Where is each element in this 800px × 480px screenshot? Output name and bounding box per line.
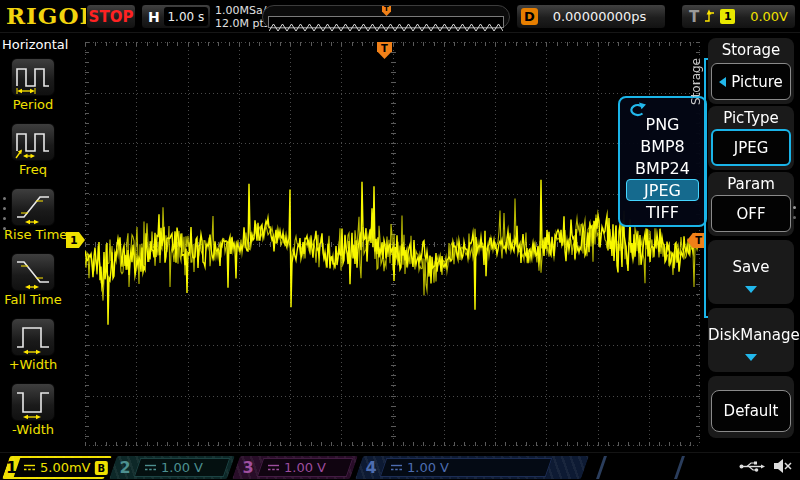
freq-icon: [11, 123, 55, 161]
menu-item-plus-width[interactable]: +Width: [4, 318, 62, 372]
plus-width-icon: [11, 318, 55, 356]
waveform-preview-bar: T: [262, 5, 510, 29]
pictype-button[interactable]: JPEG: [711, 129, 791, 166]
horizontal-label: H: [142, 9, 164, 25]
param-section: Param OFF: [708, 172, 794, 236]
channel-4-scale-box: 1.00 V: [380, 458, 553, 477]
channel1-level-marker[interactable]: 1: [66, 232, 85, 248]
preview-trigger-marker[interactable]: T: [382, 6, 391, 16]
preview-waveform: [269, 22, 503, 32]
pictype-section-label: PicType: [708, 106, 794, 127]
menu-page-dot: [3, 197, 6, 200]
channel-3-number: 3: [236, 458, 260, 477]
storage-type-button[interactable]: Picture: [711, 63, 791, 100]
channel-2-tab[interactable]: 2 1.00 V: [109, 456, 235, 479]
trigger-level-value: 0.00V: [740, 9, 788, 24]
menu-item-minus-width[interactable]: -Width: [4, 383, 62, 437]
param-section-label: Param: [708, 172, 794, 193]
period-icon: [11, 58, 55, 96]
menu-page-dot: [793, 216, 796, 219]
channel-4-tab[interactable]: 4 1.00 V: [355, 456, 589, 479]
status-icons: [739, 458, 792, 474]
menu-page-dot: [3, 207, 6, 210]
preview-window: [268, 16, 504, 28]
popup-option-jpeg[interactable]: JPEG: [626, 179, 699, 201]
channel-1-tab[interactable]: 1 5.00mV B: [2, 456, 112, 479]
rigol-logo: RIGOL: [6, 2, 97, 29]
pictype-popup: PNG BMP8 BMP24 JPEG TIFF: [618, 96, 707, 227]
menu-page-dot: [3, 227, 6, 230]
default-button-label: Default: [724, 402, 779, 420]
pictype-value: JPEG: [734, 139, 769, 157]
run-state-indicator: STOP: [86, 4, 136, 29]
trigger-edge-icon: [704, 9, 715, 24]
menu-page-dot: [3, 217, 6, 220]
popup-option-tiff[interactable]: TIFF: [626, 201, 699, 223]
bar-divider: [596, 456, 607, 479]
rise-time-icon: [11, 188, 55, 226]
channel-3-scale-box: 1.00 V: [257, 458, 354, 477]
menu-tab-outline: [704, 58, 706, 318]
storage-section-label: Storage: [708, 38, 794, 59]
popup-option-png[interactable]: PNG: [626, 113, 699, 135]
channel-1-scale: 5.00mV: [40, 460, 91, 475]
popup-option-bmp8[interactable]: BMP8: [626, 135, 699, 157]
usb-icon: [739, 460, 765, 473]
channel-3-tab[interactable]: 3 1.00 V: [232, 456, 358, 479]
fall-time-icon: [11, 253, 55, 291]
left-measure-menu: Horizontal Period: [0, 33, 64, 452]
chevron-down-icon: [745, 354, 757, 361]
run-state-label: STOP: [89, 8, 134, 26]
diskmanage-button-label: DiskManage: [708, 308, 794, 344]
waveform-display: [85, 42, 700, 446]
channel-status-bar: 1 5.00mV B 2 1.00 V 3: [0, 452, 800, 480]
menu-item-rise-time[interactable]: Rise Time: [4, 188, 62, 242]
channel-4-number: 4: [359, 458, 383, 477]
storage-type-value: Picture: [731, 73, 783, 91]
menu-page-dot: [793, 206, 796, 209]
delay-badge: D: [521, 8, 538, 25]
pictype-section: PicType JPEG: [708, 106, 794, 170]
storage-section: Storage Picture: [708, 38, 794, 104]
default-button[interactable]: Default: [711, 390, 791, 432]
left-menu-title: Horizontal: [2, 37, 68, 52]
horizontal-timebase-indicator: H 1.00 s: [141, 4, 211, 29]
trigger-label: T: [689, 8, 699, 26]
menu-item-fall-time[interactable]: Fall Time: [4, 253, 62, 307]
default-section: Default: [708, 376, 794, 438]
popup-option-bmp24[interactable]: BMP24: [626, 157, 699, 179]
oscilloscope-screen: RIGOL STOP H 1.00 s 1.00MSa/s 12.0M pts …: [0, 0, 800, 480]
right-soft-menu: Storage Picture PicType JPEG Param OFF S…: [708, 36, 798, 480]
channel-2-scale-box: 1.00 V: [134, 458, 231, 477]
channel-4-scale: 1.00 V: [407, 460, 449, 475]
menu-item-freq[interactable]: Freq: [4, 123, 62, 177]
pictype-options: PNG BMP8 BMP24 JPEG TIFF: [620, 113, 705, 223]
param-button[interactable]: OFF: [711, 195, 791, 232]
menu-item-period[interactable]: Period: [4, 58, 62, 112]
param-value: OFF: [736, 205, 765, 223]
channel-1-scale-box: 5.00mV B: [14, 458, 117, 477]
diskmanage-section[interactable]: DiskManage: [708, 308, 794, 372]
chevron-down-icon: [745, 286, 757, 293]
channel-1-number: 1: [6, 458, 17, 477]
delay-indicator: D 0.00000000ps: [516, 4, 666, 29]
timebase-value: 1.00 s: [164, 7, 208, 26]
speaker-muted-icon: [773, 458, 792, 474]
minus-width-icon: [11, 383, 55, 421]
channel-2-scale: 1.00 V: [161, 460, 203, 475]
save-button-label: Save: [708, 240, 794, 276]
trigger-indicator: T 1 0.00V: [681, 4, 796, 29]
menu-tab-label: Storage: [689, 58, 703, 105]
dc-coupling-icon: [144, 463, 157, 472]
top-status-bar: RIGOL STOP H 1.00 s 1.00MSa/s 12.0M pts …: [0, 0, 800, 33]
channel-3-scale: 1.00 V: [284, 460, 326, 475]
delay-value: 0.00000000ps: [538, 9, 661, 24]
bar-divider: [674, 456, 685, 479]
chevron-left-icon: [719, 77, 726, 87]
channel-2-number: 2: [113, 458, 137, 477]
dc-coupling-icon: [23, 463, 36, 472]
trigger-source-badge: 1: [720, 9, 735, 24]
dc-coupling-icon: [390, 463, 403, 472]
save-section[interactable]: Save: [708, 240, 794, 304]
dc-coupling-icon: [267, 463, 280, 472]
